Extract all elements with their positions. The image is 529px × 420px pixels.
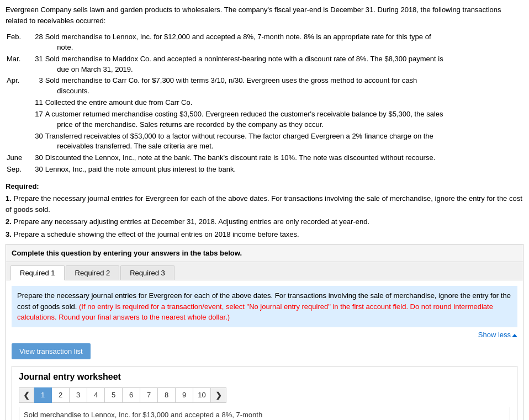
trans-month-4	[6, 109, 27, 131]
trans-text-7: Lennox, Inc., paid the note amount plus …	[44, 164, 523, 176]
table-row: Mar. 31 Sold merchandise to Maddox Co. a…	[6, 54, 523, 76]
table-row: 17 A customer returned merchandise costi…	[6, 109, 523, 131]
transactions-table: Feb. 28 Sold merchandise to Lennox, Inc.…	[6, 31, 523, 176]
trans-month-1: Mar.	[6, 54, 27, 76]
chevron-right-icon: ❯	[215, 391, 222, 400]
trans-month-2: Apr.	[6, 75, 27, 97]
table-row: Apr. 3 Sold merchandise to Carr Co. for …	[6, 75, 523, 97]
tab-required1[interactable]: Required 1	[10, 265, 65, 280]
show-less-label: Show less	[478, 331, 511, 339]
tab-content: Prepare the necessary journal entries fo…	[6, 280, 523, 420]
page-num-5[interactable]: 5	[105, 387, 123, 403]
trans-text-2: Sold merchandise to Carr Co. for $7,300 …	[44, 75, 523, 97]
problem-intro: Evergreen Company sells lawn and garden …	[6, 4, 523, 26]
trans-day-7: 30	[27, 164, 44, 176]
trans-text-5: Transferred receivables of $53,000 to a …	[44, 131, 523, 153]
tabs-row: Required 1 Required 2 Required 3	[6, 262, 523, 280]
page-num-3[interactable]: 3	[70, 387, 87, 403]
table-row: Feb. 28 Sold merchandise to Lennox, Inc.…	[6, 31, 523, 54]
complete-question-text: Complete this question by entering your …	[12, 249, 242, 257]
required-label: Required:	[6, 182, 39, 190]
chevron-left-icon: ❮	[23, 391, 30, 400]
preview-text: Sold merchandise to Lennox, Inc. for $13…	[24, 411, 262, 419]
instruction-red: (If no entry is required for a transacti…	[17, 302, 493, 322]
page-num-1[interactable]: 1	[34, 387, 52, 403]
trans-month-6: June	[6, 152, 27, 164]
show-less-anchor[interactable]: Show less	[478, 331, 517, 339]
trans-month-5	[6, 131, 27, 153]
trans-text-0: Sold merchandise to Lennox, Inc. for $12…	[44, 31, 523, 54]
trans-text-1: Sold merchandise to Maddox Co. and accep…	[44, 54, 523, 76]
worksheet-preview-row: Sold merchandise to Lennox, Inc. for $13…	[19, 407, 510, 420]
tab-required2[interactable]: Required 2	[66, 265, 120, 280]
trans-day-5: 30	[27, 131, 44, 153]
worksheet-box: Journal entry worksheet ❮ 1 2 3 4 5 6 7 …	[12, 366, 517, 420]
required-item-2: 2. Prepare any necessary adjusting entri…	[6, 216, 523, 227]
pagination-row: ❮ 1 2 3 4 5 6 7 8 9 10 ❯	[19, 387, 510, 403]
trans-month-3	[6, 97, 27, 109]
trans-day-3: 11	[27, 97, 44, 109]
page-num-4[interactable]: 4	[87, 387, 105, 403]
tab-required3[interactable]: Required 3	[120, 265, 174, 280]
table-row: Sep. 30 Lennox, Inc., paid the note amou…	[6, 164, 523, 176]
table-row: 30 Transferred receivables of $53,000 to…	[6, 131, 523, 153]
required-item-1: 1. Prepare the necessary journal entries…	[6, 193, 523, 215]
table-row: June 30 Discounted the Lennox, Inc., not…	[6, 152, 523, 164]
page-next-button[interactable]: ❯	[211, 387, 226, 403]
show-less-link[interactable]: Show less	[12, 331, 517, 339]
trans-text-3: Collected the entire amount due from Car…	[44, 97, 523, 109]
trans-day-2: 3	[27, 75, 44, 97]
page-num-10[interactable]: 10	[193, 387, 211, 403]
intro-text: Evergreen Company sells lawn and garden …	[6, 4, 523, 26]
trans-day-6: 30	[27, 152, 44, 164]
tabs-container: Required 1 Required 2 Required 3 Prepare…	[6, 262, 523, 420]
trans-day-4: 17	[27, 109, 44, 131]
required-item-3: 3. Prepare a schedule showing the effect…	[6, 229, 523, 240]
instruction-box: Prepare the necessary journal entries fo…	[12, 286, 517, 327]
table-row: 11 Collected the entire amount due from …	[6, 97, 523, 109]
trans-text-4: A customer returned merchandise costing …	[44, 109, 523, 131]
trans-day-0: 28	[27, 31, 44, 54]
trans-month-0: Feb.	[6, 31, 27, 54]
complete-question-box: Complete this question by entering your …	[6, 244, 523, 262]
required-section: Required: 1. Prepare the necessary journ…	[6, 181, 523, 240]
page-num-9[interactable]: 9	[176, 387, 193, 403]
page-num-7[interactable]: 7	[140, 387, 158, 403]
triangle-up-icon	[512, 334, 517, 337]
trans-day-1: 31	[27, 54, 44, 76]
trans-month-7: Sep.	[6, 164, 27, 176]
trans-text-6: Discounted the Lennox, Inc., note at the…	[44, 152, 523, 164]
page-num-8[interactable]: 8	[158, 387, 176, 403]
page-num-2[interactable]: 2	[52, 387, 70, 403]
view-transaction-list-button[interactable]: View transaction list	[12, 343, 91, 359]
worksheet-title: Journal entry worksheet	[19, 372, 510, 382]
page-num-6[interactable]: 6	[123, 387, 140, 403]
page-prev-button[interactable]: ❮	[19, 387, 34, 403]
